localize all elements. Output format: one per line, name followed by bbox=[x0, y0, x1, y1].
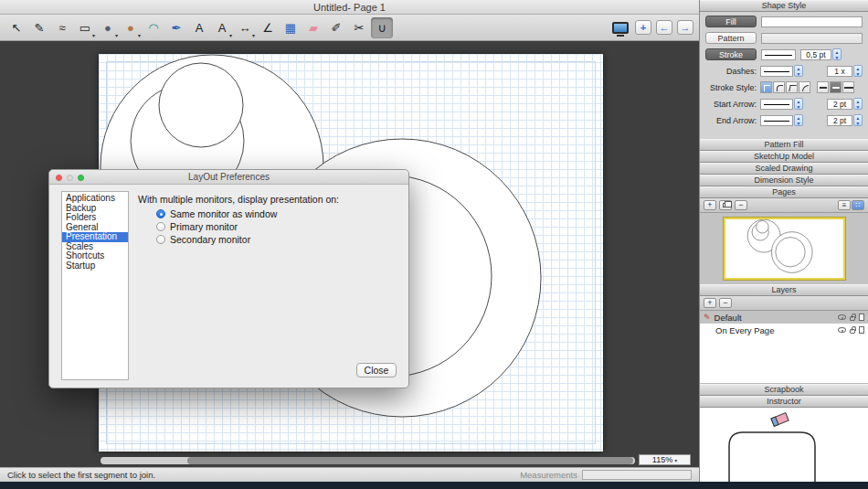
start-presentation-button[interactable] bbox=[612, 22, 629, 34]
table-tool[interactable]: ▦ bbox=[280, 17, 302, 38]
pattern-button[interactable]: Pattern bbox=[705, 32, 757, 44]
fill-color-swatch[interactable] bbox=[761, 16, 863, 27]
stepper-down-icon: ▾ bbox=[795, 104, 802, 110]
layer-share-icon[interactable] bbox=[859, 314, 864, 321]
end-arrow-select[interactable] bbox=[760, 115, 793, 126]
add-layer-button[interactable]: + bbox=[704, 298, 716, 308]
stepper-down-icon: ▾ bbox=[795, 71, 802, 77]
polygon-tool[interactable]: ●▾ bbox=[120, 17, 142, 38]
tray-header-layers[interactable]: Layers bbox=[700, 284, 868, 296]
stepper-down-icon: ▾ bbox=[854, 104, 862, 110]
start-arrow-size-stepper[interactable]: ▴ ▾ bbox=[853, 98, 863, 110]
current-layer-pencil-icon: ✎ bbox=[704, 313, 711, 322]
monitor-option-radio-2[interactable] bbox=[156, 235, 165, 244]
close-window-traffic-light[interactable] bbox=[56, 175, 62, 181]
pages-list-view-button[interactable]: ≡ bbox=[838, 200, 851, 210]
pref-item-presentation[interactable]: Presentation bbox=[62, 232, 128, 242]
duplicate-page-button[interactable] bbox=[719, 200, 732, 210]
layers-list: ✎DefaultOn Every Page bbox=[700, 311, 868, 384]
stroke-button[interactable]: Stroke bbox=[705, 48, 757, 60]
layer-lock-icon[interactable] bbox=[850, 316, 855, 321]
tray-header-shape-style[interactable]: Shape Style bbox=[700, 0, 868, 12]
layer-row[interactable]: ✎Default bbox=[700, 311, 868, 324]
stroke-join-round-button[interactable] bbox=[773, 81, 785, 93]
offset-tool[interactable]: ◠ bbox=[143, 17, 164, 38]
tray-header-pattern-fill[interactable]: Pattern Fill bbox=[700, 139, 868, 151]
layer-row[interactable]: On Every Page bbox=[700, 324, 868, 336]
line-tool[interactable]: ✎ bbox=[28, 17, 50, 38]
dialog-titlebar[interactable]: LayOut Preferences bbox=[49, 170, 408, 185]
tray-header-scaled-drawing[interactable]: Scaled Drawing bbox=[700, 163, 868, 175]
polygon-icon: ● bbox=[127, 21, 134, 35]
text-tool[interactable]: A bbox=[188, 17, 210, 38]
select-icon: ↖ bbox=[12, 21, 22, 35]
zoom-level-control[interactable]: 115%▾ bbox=[639, 454, 691, 465]
fill-button[interactable]: Fill bbox=[705, 16, 757, 27]
end-arrow-size-value[interactable]: 2 pt bbox=[827, 115, 852, 126]
monitor-option-radio-0[interactable] bbox=[156, 209, 165, 218]
end-arrow-stepper[interactable]: ▴ ▾ bbox=[794, 114, 803, 126]
layer-visibility-icon[interactable] bbox=[838, 327, 846, 333]
freehand-tool[interactable]: ≈ bbox=[51, 17, 73, 38]
stroke-join-arc-button[interactable] bbox=[799, 81, 810, 93]
measurements-input[interactable] bbox=[582, 470, 692, 480]
add-page-button[interactable]: + bbox=[635, 20, 651, 35]
stroke-color-swatch[interactable] bbox=[761, 49, 796, 60]
stroke-cap-round-button[interactable] bbox=[830, 81, 842, 93]
next-page-button[interactable]: → bbox=[677, 20, 693, 35]
stroke-join-miter-button[interactable] bbox=[760, 81, 772, 93]
monitor-option-radio-1[interactable] bbox=[156, 222, 165, 231]
style-tool[interactable]: ✐ bbox=[325, 17, 347, 38]
dash-scale-stepper[interactable]: ▴ ▾ bbox=[853, 65, 863, 77]
dash-scale-value[interactable]: 1 x bbox=[827, 66, 852, 77]
delete-layer-button[interactable]: − bbox=[719, 298, 732, 308]
pref-item-folders[interactable]: Folders bbox=[62, 213, 128, 223]
zoom-window-traffic-light[interactable] bbox=[78, 175, 84, 181]
pen-tool[interactable]: ✒ bbox=[165, 17, 187, 38]
stroke-join-bevel-button[interactable] bbox=[786, 81, 798, 93]
horizontal-scrollbar-thumb[interactable] bbox=[187, 457, 633, 464]
eraser-tool[interactable]: ▰ bbox=[302, 17, 324, 38]
end-arrow-size-stepper[interactable]: ▴ ▾ bbox=[853, 114, 863, 126]
start-arrow-stepper[interactable]: ▴ ▾ bbox=[794, 98, 803, 110]
stroke-cap-square-button[interactable] bbox=[842, 81, 854, 93]
tray-header-sketchup-model[interactable]: SketchUp Model bbox=[700, 151, 868, 163]
page-thumbnail[interactable] bbox=[724, 218, 845, 280]
layer-lock-icon[interactable] bbox=[850, 329, 855, 334]
angular-dimension-tool[interactable]: ∠ bbox=[257, 17, 279, 38]
stroke-width-stepper[interactable]: ▴ ▾ bbox=[832, 48, 842, 60]
rectangle-tool[interactable]: ▭▾ bbox=[74, 17, 96, 38]
start-arrow-select[interactable] bbox=[760, 99, 793, 110]
stroke-width-value[interactable]: 0,5 pt bbox=[800, 49, 831, 60]
label-tool[interactable]: A▾ bbox=[211, 17, 233, 38]
dimension-tool[interactable]: ↔▾ bbox=[234, 17, 256, 38]
add-page-inspector-button[interactable]: + bbox=[704, 200, 716, 210]
tray-header-pages[interactable]: Pages bbox=[700, 186, 868, 198]
pattern-swatch[interactable] bbox=[761, 33, 863, 44]
pref-item-applications[interactable]: Applications bbox=[62, 194, 128, 204]
start-arrow-size-value[interactable]: 2 pt bbox=[827, 99, 852, 110]
status-bar: Click to select the first segment to joi… bbox=[0, 467, 699, 482]
dash-pattern-stepper[interactable]: ▴ ▾ bbox=[794, 65, 803, 77]
layer-share-icon[interactable] bbox=[859, 326, 864, 334]
circle-tool[interactable]: ●▾ bbox=[97, 17, 119, 38]
layer-visibility-icon[interactable] bbox=[838, 314, 846, 320]
window-titlebar[interactable]: Untitled- Page 1 bbox=[0, 0, 699, 15]
horizontal-scrollbar[interactable] bbox=[101, 457, 635, 464]
select-tool[interactable]: ↖ bbox=[5, 17, 27, 38]
split-tool[interactable]: ✂ bbox=[348, 17, 370, 38]
tray-header-dimension-style[interactable]: Dimension Style bbox=[700, 175, 868, 186]
pages-grid-view-button[interactable]: ∷ bbox=[852, 200, 864, 210]
pref-item-startup[interactable]: Startup bbox=[62, 261, 128, 271]
minimize-window-traffic-light[interactable] bbox=[67, 175, 73, 181]
join-tool[interactable]: ∪ bbox=[371, 17, 393, 38]
circle-icon: ● bbox=[104, 21, 111, 35]
close-button[interactable]: Close bbox=[356, 363, 397, 377]
tray-header-scrapbook[interactable]: Scrapbook bbox=[700, 384, 868, 396]
stroke-cap-butt-button[interactable] bbox=[817, 81, 829, 93]
previous-page-button[interactable]: ← bbox=[656, 20, 672, 35]
dash-pattern-select[interactable] bbox=[760, 66, 793, 77]
delete-page-button[interactable]: − bbox=[735, 200, 747, 210]
pref-item-shortcuts[interactable]: Shortcuts bbox=[62, 251, 128, 261]
tray-header-instructor[interactable]: Instructor bbox=[700, 396, 868, 408]
